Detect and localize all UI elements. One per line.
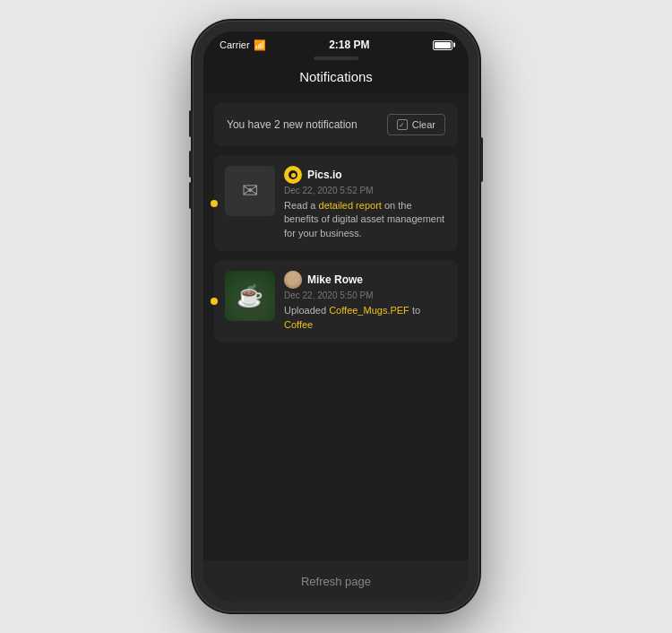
- wifi-icon: 📶: [254, 39, 266, 51]
- battery-icon: [433, 40, 452, 50]
- notification-header: Mike Rowe: [284, 271, 447, 289]
- carrier-label: Carrier: [220, 39, 250, 50]
- notification-body: Mike Rowe Dec 22, 2020 5:50 PM Uploaded …: [284, 271, 447, 332]
- notification-thumbnail: ✉: [225, 166, 275, 216]
- mail-icon: ✉: [242, 179, 258, 203]
- status-time: 2:18 PM: [329, 39, 369, 51]
- clear-section: You have 2 new notification ✓ Clear: [214, 103, 458, 146]
- notification-sender: Mike Rowe: [307, 273, 363, 286]
- notification-sender: Pics.io: [307, 169, 342, 181]
- user-avatar: [284, 271, 302, 289]
- nav-bar: Notifications: [203, 64, 469, 92]
- status-bar: Carrier 📶 2:18 PM: [203, 31, 469, 55]
- notification-count-text: You have 2 new notification: [227, 118, 358, 131]
- unread-dot: [211, 200, 218, 207]
- message-link-folder[interactable]: Coffee: [284, 319, 313, 330]
- bottom-bar[interactable]: Refresh page: [203, 560, 469, 602]
- list-item[interactable]: ☕ Mike Rowe Dec 22, 2020 5:50 PM Uploade…: [214, 260, 458, 343]
- phone-device: Carrier 📶 2:18 PM Notifications You have…: [193, 21, 479, 612]
- speaker: [314, 56, 358, 60]
- refresh-label[interactable]: Refresh page: [301, 575, 371, 588]
- message-text-before: Uploaded: [284, 305, 329, 316]
- list-item[interactable]: ✉ Pics.io Dec 22, 2020 5:52 PM Read a de…: [214, 155, 458, 251]
- notification-thumbnail: ☕: [225, 271, 275, 321]
- notification-message: Uploaded Coffee_Mugs.PEF to Coffee: [284, 304, 447, 332]
- phone-screen: Carrier 📶 2:18 PM Notifications You have…: [203, 31, 469, 602]
- coffee-icon: ☕: [237, 283, 263, 308]
- picsio-avatar: [284, 166, 302, 184]
- page-title: Notifications: [299, 69, 373, 84]
- notification-time: Dec 22, 2020 5:50 PM: [284, 290, 447, 300]
- status-right: [433, 40, 452, 50]
- notification-time: Dec 22, 2020 5:52 PM: [284, 186, 447, 195]
- message-link[interactable]: detailed report: [319, 200, 382, 211]
- message-link-file[interactable]: Coffee_Mugs.PEF: [329, 305, 409, 316]
- status-carrier: Carrier 📶: [220, 39, 266, 51]
- unread-dot: [211, 298, 218, 305]
- notification-message: Read a detailed report on the benefits o…: [284, 199, 447, 240]
- check-icon: ✓: [397, 119, 408, 130]
- avatar-face: [284, 271, 302, 289]
- message-text-to: to: [409, 305, 420, 316]
- message-text-before: Read a: [284, 200, 319, 211]
- coffee-image: ☕: [225, 271, 275, 321]
- notification-header: Pics.io: [284, 166, 447, 184]
- main-content: You have 2 new notification ✓ Clear ✉ Pi…: [203, 92, 469, 560]
- notification-body: Pics.io Dec 22, 2020 5:52 PM Read a deta…: [284, 166, 447, 240]
- battery-fill: [435, 42, 451, 48]
- notch-area: [203, 55, 469, 64]
- clear-button[interactable]: ✓ Clear: [387, 114, 445, 135]
- clear-label: Clear: [412, 119, 435, 130]
